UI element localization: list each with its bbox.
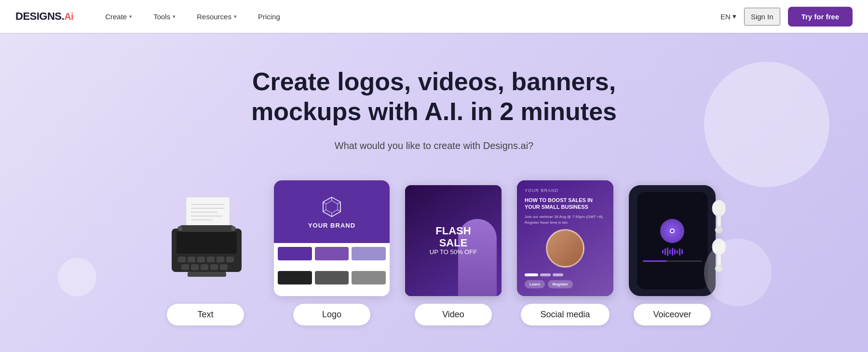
navbar: DESIGNS.Ai Create ▾ Tools ▾ Resources ▾ …	[0, 0, 868, 33]
svg-rect-10	[188, 257, 195, 262]
tools-label: Tools	[153, 13, 170, 21]
card-video[interactable]: FLASHSALE UP TO 50% OFF Video	[405, 185, 502, 325]
lang-label: EN	[720, 13, 731, 21]
create-chevron-icon: ▾	[129, 14, 132, 20]
logo-ai: Ai	[64, 11, 73, 22]
logo-mockup: YOUR BRAND	[274, 180, 390, 296]
card-logo-label: Logo	[293, 304, 370, 325]
typewriter-icon	[155, 192, 256, 294]
hero-subtitle: What would you like to create with Desig…	[335, 140, 533, 151]
svg-rect-7	[176, 232, 237, 254]
try-free-button[interactable]: Try for free	[788, 7, 853, 27]
wave-bar-4	[669, 249, 671, 254]
card-logo[interactable]: YOUR BRAND Logo	[274, 180, 390, 325]
nav-pricing[interactable]: Pricing	[249, 9, 289, 25]
card-social-image: YOUR BRAND HOW TO BOOST SALES IN YOUR SM…	[517, 180, 613, 296]
svg-rect-37	[717, 254, 721, 269]
video-discount-text: UP TO 50% OFF	[430, 249, 477, 256]
svg-rect-12	[207, 257, 215, 262]
swatch-5	[315, 271, 349, 284]
social-dots	[525, 273, 606, 276]
card-text[interactable]: Text	[152, 190, 258, 325]
wave-bar-8	[679, 248, 680, 256]
svg-rect-18	[210, 264, 218, 270]
card-voiceover[interactable]: Voiceover	[629, 185, 716, 325]
svg-point-32	[671, 230, 674, 232]
social-subtitle: Join our webinar 28 Aug @ 7:30pm (GMT +8…	[525, 214, 606, 225]
hero-section: Create logos, videos, banners, mockups w…	[0, 33, 868, 352]
create-label: Create	[105, 13, 127, 21]
speaker-icon	[666, 225, 678, 237]
logo-mockup-header: YOUR BRAND	[274, 180, 390, 244]
dot-2	[540, 273, 551, 276]
social-title: HOW TO BOOST SALES IN YOUR SMALL BUSINES…	[525, 197, 606, 211]
nav-right: EN ▾ Sign In Try for free	[720, 7, 853, 27]
swatch-6	[352, 271, 386, 284]
dot-1	[525, 273, 538, 276]
svg-point-36	[712, 239, 726, 255]
hero-title: Create logos, videos, banners, mockups w…	[217, 67, 651, 127]
wave-bar-7	[677, 250, 678, 254]
swatch-1	[278, 247, 312, 260]
tools-chevron-icon: ▾	[173, 14, 176, 20]
swatch-4	[278, 271, 312, 284]
nav-tools[interactable]: Tools ▾	[145, 9, 184, 25]
voice-waveform	[662, 247, 683, 257]
swatch-3	[352, 247, 386, 260]
logo-color-swatches	[274, 243, 390, 296]
dot-3	[553, 273, 563, 276]
card-video-label: Video	[415, 304, 492, 325]
social-btn-1: Learn	[525, 280, 545, 288]
wave-bar-9	[681, 249, 683, 254]
nav-links: Create ▾ Tools ▾ Resources ▾ Pricing	[96, 9, 720, 25]
svg-marker-24	[326, 201, 338, 213]
logo-brand-name: YOUR BRAND	[308, 222, 355, 229]
svg-rect-19	[220, 264, 228, 270]
card-social-label: Social media	[521, 304, 609, 325]
card-text-label: Text	[167, 304, 244, 325]
svg-point-22	[231, 226, 236, 231]
video-flash-text: FLASHSALE UP TO 50% OFF	[430, 225, 477, 256]
resources-chevron-icon: ▾	[234, 14, 237, 20]
card-social[interactable]: YOUR BRAND HOW TO BOOST SALES IN YOUR SM…	[517, 180, 613, 325]
wave-bar-6	[674, 249, 676, 255]
svg-rect-15	[181, 264, 189, 270]
svg-rect-17	[201, 264, 208, 270]
lang-chevron-icon: ▾	[732, 12, 736, 21]
logo[interactable]: DESIGNS.Ai	[15, 10, 73, 23]
swatch-2	[315, 247, 349, 260]
voice-screen	[637, 192, 708, 289]
card-text-image	[152, 190, 258, 296]
svg-point-35	[715, 227, 723, 233]
social-mockup: YOUR BRAND HOW TO BOOST SALES IN YOUR SM…	[517, 180, 613, 296]
logo-text: DESIGNS.Ai	[15, 10, 73, 23]
wave-bar-2	[665, 248, 666, 255]
svg-rect-20	[188, 272, 226, 277]
resources-label: Resources	[197, 13, 231, 21]
svg-rect-14	[226, 257, 234, 262]
wave-bar-5	[672, 248, 673, 256]
signin-button[interactable]: Sign In	[744, 8, 780, 26]
card-voice-image	[629, 185, 716, 296]
logo-hex-icon	[320, 195, 344, 219]
svg-point-33	[712, 200, 726, 217]
nav-resources[interactable]: Resources ▾	[188, 9, 245, 25]
social-person-avatar	[546, 229, 584, 268]
video-mockup: FLASHSALE UP TO 50% OFF	[405, 185, 502, 296]
svg-rect-16	[191, 264, 199, 270]
airpod-top-icon	[708, 200, 730, 238]
card-logo-image: YOUR BRAND	[274, 180, 390, 296]
voice-progress-fill	[643, 260, 666, 262]
airpod-bottom-icon	[708, 238, 730, 277]
social-btn-2: Register	[548, 280, 573, 288]
nav-create[interactable]: Create ▾	[96, 9, 141, 25]
social-brand-label: YOUR BRAND	[525, 188, 606, 193]
svg-rect-8	[179, 225, 234, 232]
card-video-image: FLASHSALE UP TO 50% OFF	[405, 185, 502, 296]
svg-rect-13	[217, 257, 224, 262]
svg-point-38	[715, 265, 723, 272]
cards-row: Text	[72, 180, 796, 325]
language-selector[interactable]: EN ▾	[720, 12, 736, 21]
pricing-label: Pricing	[258, 13, 280, 21]
card-voice-label: Voiceover	[634, 304, 711, 325]
